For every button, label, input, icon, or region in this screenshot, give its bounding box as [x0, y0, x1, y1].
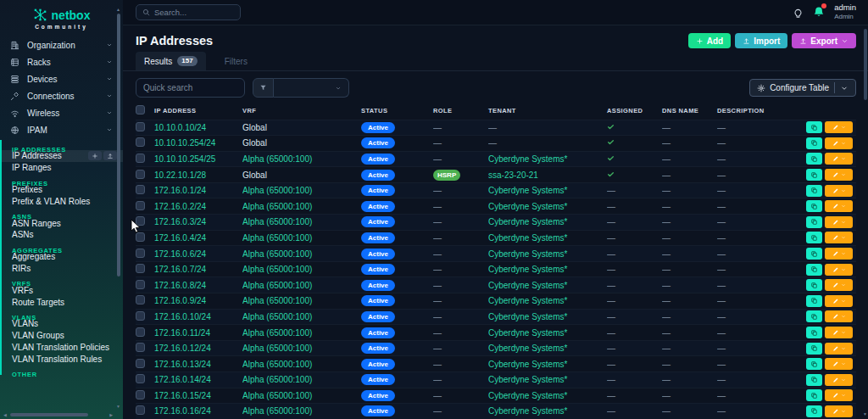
edit-button[interactable]	[825, 121, 853, 133]
sidebar-horizontal-thumb[interactable]	[10, 413, 88, 416]
row-checkbox[interactable]	[136, 280, 145, 289]
edit-button[interactable]	[825, 343, 853, 355]
row-checkbox[interactable]	[136, 154, 145, 163]
column-header-assigned[interactable]: ASSIGNED	[607, 102, 662, 120]
row-checkbox[interactable]	[136, 390, 145, 399]
global-search-input[interactable]	[154, 8, 234, 17]
edit-button[interactable]	[825, 389, 853, 401]
tenant-link[interactable]: Cyberdyne Systems*	[488, 217, 567, 226]
tenant-link[interactable]: Cyberdyne Systems*	[488, 281, 567, 290]
theme-toggle-bulb-icon[interactable]	[793, 7, 804, 18]
clone-button[interactable]	[806, 200, 822, 212]
row-checkbox[interactable]	[136, 343, 145, 352]
vrf-link[interactable]: Alpha (65000:100)	[242, 249, 312, 259]
ip-address-link[interactable]: 172.16.0.7/24	[154, 265, 206, 274]
vrf-link[interactable]: Alpha (65000:100)	[242, 281, 312, 290]
row-checkbox[interactable]	[136, 216, 145, 226]
clone-button[interactable]	[806, 327, 822, 338]
page-vertical-scrollbar[interactable]	[864, 29, 867, 100]
clone-button[interactable]	[806, 185, 822, 197]
clone-button[interactable]	[806, 405, 822, 417]
column-header-description[interactable]: DESCRIPTION	[717, 102, 806, 120]
sidebar-item-vlan-translation-rules[interactable]: VLAN Translation Rules	[2, 353, 123, 365]
clone-button[interactable]	[806, 358, 822, 370]
vrf-link[interactable]: Alpha (65000:100)	[242, 406, 312, 416]
tenant-link[interactable]: Cyberdyne Systems*	[488, 406, 567, 416]
tenant-link[interactable]: Cyberdyne Systems*	[488, 202, 567, 211]
tenant-link[interactable]: Cyberdyne Systems*	[488, 249, 567, 259]
sidebar-item-vlan-groups[interactable]: VLAN Groups	[2, 330, 123, 342]
ip-address-link[interactable]: 10.10.10.254/24	[154, 138, 215, 148]
vrf-link[interactable]: Alpha (65000:100)	[242, 217, 312, 226]
scroll-down-arrow-icon[interactable]: ▼	[116, 405, 120, 409]
row-checkbox[interactable]	[136, 264, 145, 273]
tenant-link[interactable]: Cyberdyne Systems*	[488, 312, 567, 321]
sidebar-item-ip-ranges[interactable]: IP Ranges	[2, 162, 123, 174]
ip-address-link[interactable]: 10.22.10.1/28	[154, 170, 206, 180]
ip-address-link[interactable]: 172.16.0.6/24	[154, 249, 206, 259]
sidebar-item-prefixes[interactable]: Prefixes	[2, 184, 123, 196]
quick-import-button[interactable]	[103, 151, 117, 160]
global-search[interactable]	[136, 4, 241, 20]
ip-address-link[interactable]: 172.16.0.9/24	[154, 296, 206, 305]
tenant-link[interactable]: Cyberdyne Systems*	[488, 265, 567, 274]
sidebar-nav-connections[interactable]: Connections	[0, 87, 123, 104]
filter-select[interactable]	[274, 78, 349, 98]
row-checkbox[interactable]	[136, 295, 145, 304]
sidebar-item-route-targets[interactable]: Route Targets	[2, 296, 123, 308]
ip-address-link[interactable]: 172.16.0.12/24	[154, 344, 211, 353]
edit-button[interactable]	[825, 169, 853, 181]
clone-button[interactable]	[806, 279, 822, 291]
clone-button[interactable]	[806, 232, 822, 243]
tenant-link[interactable]: Cyberdyne Systems*	[488, 360, 567, 369]
sidebar-horizontal-scrollbar[interactable]: ◀ ▶	[2, 412, 113, 417]
sidebar-item-vlans[interactable]: VLANs	[2, 318, 123, 330]
row-checkbox[interactable]	[136, 201, 145, 210]
ip-address-link[interactable]: 172.16.0.16/24	[154, 406, 211, 416]
row-checkbox[interactable]	[136, 249, 145, 258]
row-checkbox[interactable]	[136, 185, 145, 194]
select-all-checkbox[interactable]	[136, 105, 145, 115]
sidebar-nav-ipam[interactable]: IPAM	[0, 121, 123, 138]
tab-filters[interactable]: Filters	[216, 52, 256, 70]
clone-button[interactable]	[806, 153, 822, 165]
sidebar-item-rirs[interactable]: RIRs	[2, 263, 123, 275]
user-menu[interactable]: admin Admin	[834, 3, 856, 20]
clone-button[interactable]	[806, 389, 822, 401]
column-header-tenant[interactable]: TENANT	[488, 102, 607, 120]
vrf-link[interactable]: Alpha (65000:100)	[242, 360, 312, 369]
clone-button[interactable]	[806, 137, 822, 149]
row-checkbox[interactable]	[136, 405, 145, 415]
ip-address-link[interactable]: 172.16.0.2/24	[154, 202, 206, 211]
vrf-link[interactable]: Alpha (65000:100)	[242, 375, 312, 384]
row-checkbox[interactable]	[136, 327, 145, 337]
sidebar-nav-wireless[interactable]: Wireless	[0, 104, 123, 121]
tenant-link[interactable]: Cyberdyne Systems*	[488, 154, 567, 164]
clone-button[interactable]	[806, 121, 822, 133]
edit-button[interactable]	[825, 248, 853, 260]
edit-button[interactable]	[825, 264, 853, 276]
tab-results[interactable]: Results 157	[136, 52, 206, 70]
brand[interactable]: netbox	[0, 0, 123, 22]
ip-address-link[interactable]: 172.16.0.11/24	[154, 328, 210, 338]
edit-button[interactable]	[825, 216, 853, 228]
sidebar-vertical-scrollbar[interactable]	[117, 14, 120, 277]
row-checkbox[interactable]	[136, 374, 145, 383]
edit-button[interactable]	[825, 279, 853, 291]
column-header-status[interactable]: STATUS	[361, 102, 433, 120]
tenant-link[interactable]: Cyberdyne Systems*	[488, 233, 567, 243]
row-checkbox[interactable]	[136, 359, 145, 368]
clone-button[interactable]	[806, 248, 822, 260]
filter-funnel-button[interactable]	[253, 78, 274, 98]
sidebar-nav-racks[interactable]: Racks	[0, 53, 123, 70]
ip-address-link[interactable]: 172.16.0.14/24	[154, 375, 211, 384]
edit-button[interactable]	[825, 327, 853, 338]
row-checkbox[interactable]	[136, 232, 145, 242]
tenant-link[interactable]: Cyberdyne Systems*	[488, 328, 567, 338]
vrf-link[interactable]: Alpha (65000:100)	[242, 296, 312, 305]
row-checkbox[interactable]	[136, 137, 145, 147]
configure-table-button[interactable]: Configure Table	[749, 79, 856, 97]
vrf-link[interactable]: Alpha (65000:100)	[242, 344, 312, 353]
column-header-ip-address[interactable]: IP ADDRESS	[154, 102, 242, 120]
edit-button[interactable]	[825, 153, 853, 165]
